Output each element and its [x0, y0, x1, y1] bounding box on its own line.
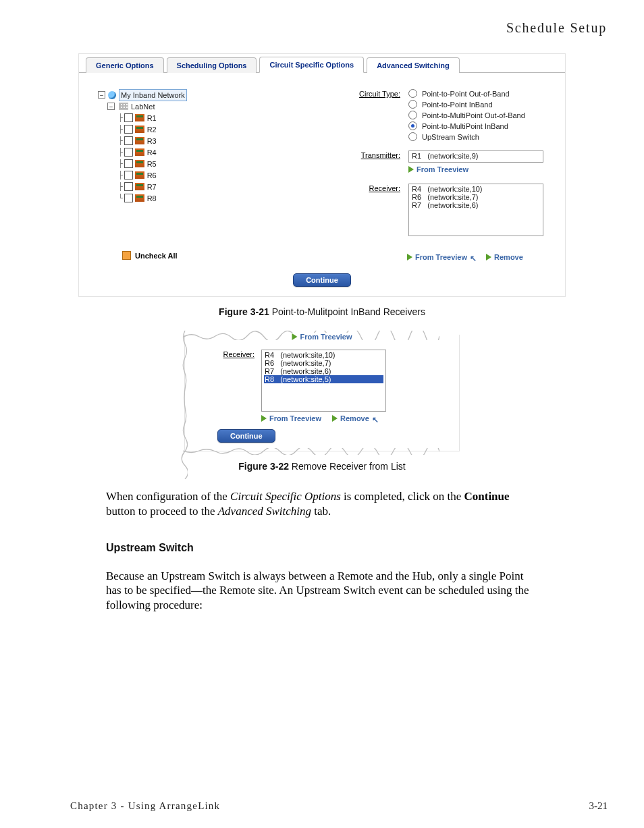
circuit-options-panel: Generic Options Scheduling Options Circu…	[78, 53, 566, 297]
radio-icon	[408, 89, 417, 98]
radio-p2p-ib[interactable]: Point-to-Point InBand	[408, 100, 552, 109]
fig2-receiver-listbox[interactable]: R4 (network:site,10) R6 (network:site,7)…	[261, 350, 386, 412]
link-label: Remove	[494, 253, 523, 261]
list-item-selected[interactable]: R8 (network:site,5)	[264, 375, 383, 383]
text: tab.	[311, 505, 331, 518]
radio-p2p-oob[interactable]: Point-to-Point Out-of-Band	[408, 89, 552, 98]
tree-remote-row[interactable]: ├R1	[118, 112, 314, 123]
fig2-from-treeview-header[interactable]: From Treeview	[289, 333, 354, 341]
receiver-listbox[interactable]: R4 (network:site,10) R6 (network:site,7)…	[408, 184, 543, 236]
continue-row: Continue	[79, 269, 565, 296]
link-label: From Treeview	[300, 333, 352, 341]
circuit-type-options: Point-to-Point Out-of-Band Point-to-Poin…	[408, 89, 552, 141]
tab-advanced-switching[interactable]: Advanced Switching	[367, 57, 460, 73]
tree-remote-label: R6	[147, 170, 157, 181]
radio-p2mp-oob[interactable]: Point-to-MultiPoint Out-of-Band	[408, 111, 552, 119]
list-item[interactable]: R7 (network:site,6)	[264, 367, 383, 375]
network-tree[interactable]: − My Inband Network − LabNet ├R1 ├R2 ├R3…	[98, 89, 314, 236]
play-icon	[261, 415, 267, 422]
figure-number: Figure 3-21	[219, 306, 269, 317]
remote-icon	[135, 160, 144, 167]
page-footer: Chapter 3 - Using ArrangeLink 3-21	[0, 800, 644, 812]
remote-icon	[135, 148, 144, 156]
radio-upstream[interactable]: UpStream Switch	[408, 132, 552, 141]
body-paragraph-1: When configuration of the Circuit Specif…	[106, 489, 538, 519]
figure-3-22-caption: Figure 3-22 Remove Receiver from List	[0, 461, 644, 472]
fig2-from-treeview-link[interactable]: From Treeview	[261, 414, 321, 422]
figure-3-22-wrap: From Treeview Receiver: R4 (network:site…	[0, 335, 644, 451]
play-icon	[408, 166, 414, 173]
fig2-receiver-field: Receiver: R4 (network:site,10) R6 (netwo…	[197, 350, 447, 412]
radio-label: Point-to-Point InBand	[422, 101, 493, 109]
panel-body: − My Inband Network − LabNet ├R1 ├R2 ├R3…	[79, 73, 565, 246]
tree-remote-label: R7	[147, 182, 157, 192]
checkbox[interactable]	[124, 159, 133, 168]
text: is completed, click on the	[341, 490, 464, 503]
panel-bottom-row: Uncheck All From Treeview↖ Remove	[79, 246, 565, 269]
uncheck-all-link[interactable]: Uncheck All	[135, 252, 178, 260]
collapse-icon[interactable]: −	[98, 91, 105, 99]
tree-remote-row[interactable]: ├R3	[118, 135, 314, 146]
receiver-remove-link[interactable]: Remove	[486, 253, 523, 261]
text-bold: Continue	[464, 490, 510, 503]
remote-icon	[135, 126, 144, 133]
checkbox[interactable]	[124, 136, 133, 145]
play-icon	[292, 333, 297, 340]
tree-network-row[interactable]: − LabNet	[107, 101, 314, 112]
checkbox[interactable]	[124, 113, 133, 122]
circuit-type-label: Circuit Type:	[326, 89, 400, 98]
figure-title: Point-to-Mulitpoint InBand Receivers	[269, 306, 425, 317]
remote-icon	[135, 114, 144, 121]
tree-remote-row[interactable]: ├R6	[118, 169, 314, 181]
link-label: Remove	[340, 414, 369, 422]
network-icon	[119, 103, 128, 110]
tree-remote-row[interactable]: ├R7	[118, 181, 314, 192]
tree-network-label: LabNet	[131, 101, 155, 112]
tree-remote-label: R2	[147, 124, 157, 135]
list-item[interactable]: R7 (network:site,6)	[411, 201, 541, 209]
checkbox[interactable]	[124, 194, 133, 202]
tree-connector-icon: ├	[118, 113, 123, 123]
radio-label: Point-to-MultiPoint InBand	[422, 122, 508, 130]
continue-button[interactable]: Continue	[217, 429, 275, 443]
list-item[interactable]: R1 (network:site,9)	[411, 152, 541, 160]
fig2-remove-link[interactable]: Remove↖	[332, 414, 379, 422]
tree-remote-label: R3	[147, 136, 157, 146]
checkbox[interactable]	[124, 148, 133, 157]
play-icon	[332, 415, 338, 422]
continue-button[interactable]: Continue	[293, 273, 351, 287]
tree-connector-icon: ├	[118, 182, 123, 192]
radio-icon	[408, 111, 417, 119]
radio-icon	[408, 100, 417, 109]
tree-root-row[interactable]: − My Inband Network	[98, 89, 314, 101]
figure-3-21-wrap: Generic Options Scheduling Options Circu…	[0, 53, 644, 297]
checkbox[interactable]	[124, 182, 133, 191]
collapse-icon[interactable]: −	[107, 103, 115, 110]
transmitter-from-treeview-link[interactable]: From Treeview	[408, 165, 468, 173]
tabstrip: Generic Options Scheduling Options Circu…	[79, 54, 565, 73]
tab-scheduling-options[interactable]: Scheduling Options	[167, 57, 257, 73]
receiver-label: Receiver:	[197, 350, 254, 412]
receiver-action-links: From Treeview↖ Remove	[407, 253, 552, 261]
tree-remote-row[interactable]: ├R4	[118, 146, 314, 158]
text-italic: Advanced Switching	[218, 505, 311, 518]
transmitter-listbox[interactable]: R1 (network:site,9)	[408, 150, 543, 163]
transmitter-field: Transmitter: R1 (network:site,9) From Tr…	[326, 150, 552, 174]
tree-remote-row[interactable]: └R8	[118, 192, 314, 204]
tab-circuit-specific-options[interactable]: Circuit Specific Options	[259, 57, 364, 73]
tree-remote-row[interactable]: ├R5	[118, 158, 314, 169]
checkbox[interactable]	[124, 125, 133, 134]
list-item[interactable]: R6 (network:site,7)	[264, 359, 383, 367]
receiver-label: Receiver:	[326, 184, 400, 192]
torn-edge-icon	[181, 331, 188, 479]
list-item[interactable]: R4 (network:site,10)	[411, 185, 541, 193]
radio-p2mp-ib[interactable]: Point-to-MultiPoint InBand	[408, 121, 552, 130]
footer-page-number: 3-21	[589, 800, 608, 812]
checkbox[interactable]	[124, 171, 133, 180]
figure-3-21-caption: Figure 3-21 Point-to-Mulitpoint InBand R…	[0, 306, 644, 317]
list-item[interactable]: R6 (network:site,7)	[411, 193, 541, 201]
receiver-from-treeview-link[interactable]: From Treeview↖	[407, 253, 477, 261]
list-item[interactable]: R4 (network:site,10)	[264, 351, 383, 359]
tab-generic-options[interactable]: Generic Options	[86, 57, 164, 73]
tree-remote-row[interactable]: ├R2	[118, 123, 314, 135]
